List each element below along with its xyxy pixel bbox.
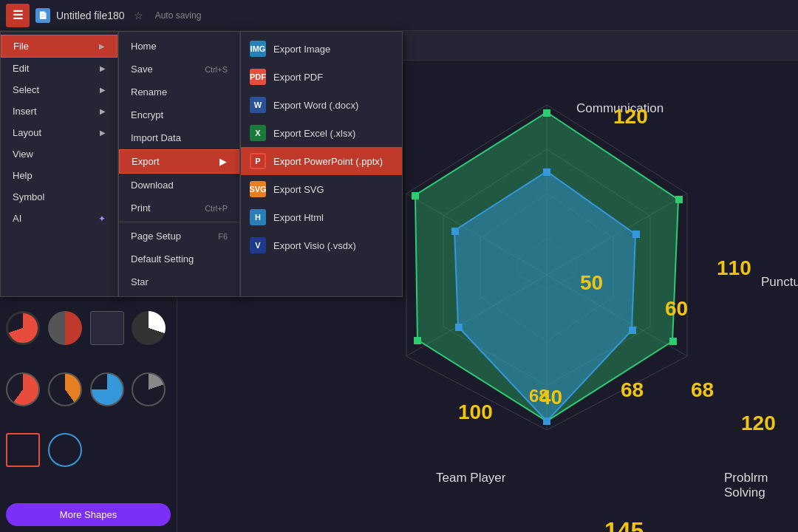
export-image-item[interactable]: IMG Export Image — [241, 35, 402, 63]
list-item[interactable] — [6, 433, 40, 467]
list-item[interactable] — [132, 372, 166, 406]
file-submenu: Home Save Ctrl+S Rename Encrypt Import D… — [118, 31, 240, 297]
menu-button[interactable]: ☰ — [6, 4, 30, 27]
file-menu-rename[interactable]: Rename — [119, 81, 239, 103]
file-menu-save[interactable]: Save Ctrl+S — [119, 58, 239, 81]
chart-value-120-right: 120 — [741, 412, 776, 435]
list-item[interactable] — [48, 311, 82, 345]
chart-label-team-player: Team Player — [436, 471, 505, 485]
file-icon: 📄 — [35, 8, 50, 23]
svg-rect-17 — [629, 327, 636, 334]
file-menu-download[interactable]: Download — [119, 174, 239, 197]
chart-value-145: 145 — [604, 517, 644, 532]
sidebar-item-edit[interactable]: Edit ▶ — [1, 58, 117, 79]
main-menu: File ▶ Edit ▶ Select ▶ Insert ▶ Layout ▶… — [0, 31, 118, 297]
export-image-icon: IMG — [250, 41, 266, 57]
export-svg-item[interactable]: SVG Export SVG — [241, 175, 402, 203]
export-excel-icon: X — [250, 125, 266, 141]
chart-value-68-bottom: 68 — [529, 386, 549, 406]
file-menu-import[interactable]: Import Data — [119, 126, 239, 149]
document-title: Untitled file180 — [56, 10, 125, 21]
sidebar-item-file[interactable]: File ▶ — [1, 35, 117, 58]
export-excel-item[interactable]: X Export Excel (.xlsx) — [241, 119, 402, 147]
svg-rect-13 — [414, 337, 421, 344]
file-menu-page-setup[interactable]: Page Setup F6 — [119, 225, 239, 248]
menu-icon: ☰ — [13, 8, 23, 22]
file-menu-separator — [119, 222, 239, 222]
chart-label-punctuality: Punctuality — [761, 275, 798, 290]
file-menu-export[interactable]: Export ▶ — [119, 149, 239, 174]
export-pdf-icon: PDF — [250, 69, 266, 85]
sidebar-item-ai[interactable]: AI ✦ — [1, 208, 117, 229]
export-visio-icon: V — [250, 237, 266, 253]
svg-rect-10 — [675, 196, 683, 203]
save-shortcut: Ctrl+S — [205, 65, 228, 74]
ai-badge: ✦ — [98, 214, 106, 224]
file-menu-home[interactable]: Home — [119, 35, 239, 58]
sidebar-item-insert[interactable]: Insert ▶ — [1, 100, 117, 122]
svg-rect-15 — [543, 168, 550, 176]
file-menu-star[interactable]: Star — [119, 270, 239, 293]
export-pdf-item[interactable]: PDF Export PDF — [241, 63, 402, 91]
svg-rect-20 — [451, 228, 459, 235]
arrow-icon: ▶ — [99, 42, 105, 50]
export-submenu: IMG Export Image PDF Export PDF W Export… — [240, 31, 403, 297]
export-html-item[interactable]: H Export Html — [241, 203, 402, 231]
list-item[interactable] — [132, 311, 166, 345]
print-shortcut: Ctrl+P — [205, 204, 228, 213]
list-item[interactable] — [90, 372, 124, 406]
export-word-item[interactable]: W Export Word (.docx) — [241, 91, 402, 119]
svg-rect-16 — [632, 231, 640, 238]
chart-value-110: 110 — [717, 256, 751, 280]
star-icon[interactable]: ☆ — [134, 10, 143, 21]
list-item[interactable] — [48, 372, 82, 406]
export-word-icon: W — [250, 97, 266, 113]
file-label: File — [13, 41, 29, 52]
chart-value-68-left: 68 — [691, 378, 714, 402]
list-item[interactable] — [6, 372, 40, 406]
export-ppt-icon: P — [250, 153, 266, 169]
svg-rect-11 — [669, 338, 677, 345]
file-menu-encrypt[interactable]: Encrypt — [119, 103, 239, 126]
file-menu-default-setting[interactable]: Default Setting — [119, 248, 239, 270]
autosave-status: Auto saving — [155, 10, 202, 21]
sidebar-item-help[interactable]: Help — [1, 165, 117, 186]
more-shapes-button[interactable]: More Shapes — [6, 503, 171, 526]
chart-label-problem-solving: Problrm Solving — [724, 471, 798, 500]
chart-value-50: 50 — [580, 271, 603, 295]
arrow-icon: ▶ — [100, 64, 106, 72]
chart-value-60: 60 — [665, 297, 688, 321]
sidebar-item-view[interactable]: View — [1, 143, 117, 165]
list-item[interactable] — [6, 311, 40, 345]
export-html-icon: H — [250, 209, 266, 225]
svg-rect-14 — [412, 192, 419, 200]
export-visio-item[interactable]: V Export Visio (.vsdx) — [241, 231, 402, 259]
svg-rect-9 — [543, 109, 550, 117]
page-setup-shortcut: F6 — [218, 232, 228, 241]
file-menu-print[interactable]: Print Ctrl+P — [119, 197, 239, 219]
file-icon-label: 📄 — [38, 11, 47, 19]
svg-rect-18 — [543, 417, 550, 425]
arrow-icon: ▶ — [100, 129, 106, 137]
arrow-icon: ▶ — [100, 107, 106, 115]
chart-value-120-top: 120 — [613, 105, 648, 129]
list-item[interactable] — [48, 433, 82, 467]
chart-value-100: 100 — [458, 400, 493, 424]
chart-value-68-right: 68 — [621, 378, 644, 402]
sidebar-item-layout[interactable]: Layout ▶ — [1, 122, 117, 143]
arrow-icon: ▶ — [100, 86, 106, 94]
export-svg-icon: SVG — [250, 181, 266, 197]
list-item[interactable] — [90, 311, 124, 345]
top-bar: ☰ 📄 Untitled file180 ☆ Auto saving — [0, 0, 798, 31]
sidebar-item-select[interactable]: Select ▶ — [1, 79, 117, 100]
svg-rect-19 — [455, 324, 463, 331]
export-arrow-icon: ▶ — [219, 156, 227, 167]
sidebar-item-symbol[interactable]: Symbol — [1, 186, 117, 208]
export-ppt-item[interactable]: P Export PowerPoint (.pptx) — [241, 147, 402, 175]
menus-wrapper: File ▶ Edit ▶ Select ▶ Insert ▶ Layout ▶… — [0, 31, 403, 297]
